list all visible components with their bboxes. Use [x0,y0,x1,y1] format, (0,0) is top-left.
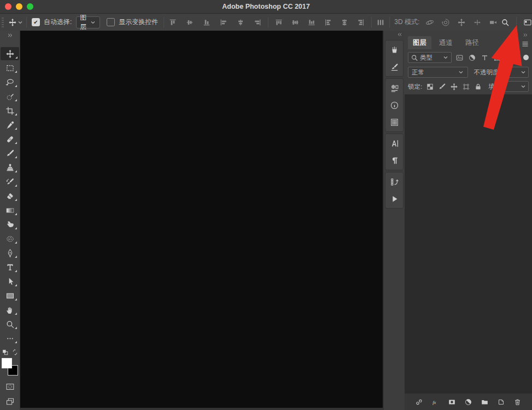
fill-field[interactable] [505,81,529,92]
tab-layers[interactable]: 图层 [408,36,431,49]
filter-pixel-layers-icon[interactable] [454,52,465,63]
eyedropper-tool-icon[interactable] [1,118,19,131]
type-tool-icon[interactable] [1,261,19,274]
crop-tool-icon[interactable] [1,104,19,117]
layers-list[interactable] [405,94,532,394]
align-vertical-centers-icon[interactable] [184,16,196,28]
zoom-tool-icon[interactable] [1,317,19,331]
layer-mask-icon[interactable] [447,396,458,407]
show-transform-checkbox[interactable] [107,18,115,26]
title-bar: Adobe Photoshop CC 2017 [0,0,532,14]
clone-stamp-tool-icon[interactable] [1,161,19,174]
smudge-tool-icon[interactable] [1,218,19,231]
align-right-edges-icon[interactable] [252,16,264,28]
swap-colors-icon[interactable] [10,348,19,356]
lock-transparent-pixels-icon[interactable] [424,81,436,92]
divider [516,17,517,28]
tab-channels[interactable]: 通道 [434,36,458,49]
actions-panel-icon[interactable] [387,193,402,205]
layer-filter-toggle[interactable] [523,55,529,60]
adjustment-layer-icon[interactable] [463,396,474,407]
align-top-edges-icon[interactable] [167,16,179,28]
brush-settings-icon[interactable] [387,61,402,73]
align-bottom-edges-icon[interactable] [201,16,213,28]
path-selection-tool-icon[interactable] [1,275,19,288]
layer-filter-value: 类型 [420,54,432,62]
gradient-tool-icon[interactable] [1,204,19,217]
timeline-panel-icon[interactable] [387,176,402,188]
history-brush-tool-icon[interactable] [1,175,19,188]
sponge-tool-icon[interactable] [1,232,19,245]
new-layer-icon[interactable] [496,396,507,407]
distribute-spacing-icon[interactable] [376,16,385,28]
auto-select-checkbox[interactable] [32,18,40,26]
quick-selection-tool-icon[interactable] [1,90,19,103]
expand-toolbar-icon[interactable] [0,31,20,39]
hand-tool-icon[interactable] [1,303,19,316]
clone-source-icon[interactable] [387,82,402,94]
align-horizontal-centers-icon[interactable] [235,16,247,28]
default-colors-icon[interactable] [1,348,9,356]
distribute-right-edges-icon[interactable] [355,16,367,28]
divider [371,17,372,28]
link-layers-icon[interactable] [414,396,425,407]
tab-paths[interactable]: 路径 [460,36,484,49]
new-group-icon[interactable] [480,396,490,407]
roll-3d-icon[interactable] [440,16,452,28]
distribute-top-edges-icon[interactable] [273,16,285,28]
orbit-3d-icon[interactable] [424,16,436,28]
edit-toolbar-icon[interactable] [1,332,19,345]
screen-mode-icon[interactable] [2,395,18,408]
slide-3d-icon[interactable] [471,16,483,28]
foreground-color-swatch[interactable] [2,358,12,368]
rectangle-tool-icon[interactable] [1,289,19,302]
search-icon[interactable] [499,16,511,28]
filter-type-layers-icon[interactable] [479,52,490,63]
eraser-tool-icon[interactable] [1,189,19,203]
distribute-vertical-centers-icon[interactable] [289,16,301,28]
options-bar: 自动选择: 图层 显示变换控件 3D 模式: [0,14,532,31]
lock-image-pixels-icon[interactable] [436,81,448,92]
pen-tool-icon[interactable] [1,246,19,259]
move-tool-icon[interactable] [1,47,19,60]
canvas[interactable] [20,31,383,408]
lock-artboard-icon[interactable] [460,81,472,92]
brush-tool-icon[interactable] [1,147,19,160]
opacity-field[interactable] [503,67,529,78]
paragraph-panel-icon[interactable] [387,154,402,166]
lock-position-icon[interactable] [448,81,460,92]
panel-menu-icon[interactable] [521,40,529,48]
distribute-bottom-edges-icon[interactable] [306,16,318,28]
marquee-tool-icon[interactable] [1,61,19,74]
blend-mode-dropdown[interactable]: 正常 [408,67,468,78]
quick-mask-icon[interactable] [2,380,18,393]
distribute-horizontal-centers-icon[interactable] [338,16,350,28]
tool-preset-chevron-down-icon[interactable] [17,19,24,26]
auto-select-target-dropdown[interactable]: 图层 [76,16,100,28]
3d-mode-label: 3D 模式: [394,18,419,27]
histogram-panel-icon[interactable] [387,116,402,128]
lasso-tool-icon[interactable] [1,76,19,89]
layer-style-icon[interactable]: fx [430,396,441,407]
divider [26,17,27,28]
distribute-left-edges-icon[interactable] [322,16,334,28]
workspace-icon[interactable] [522,16,532,28]
color-swatches [2,358,18,376]
lock-all-icon[interactable] [472,81,484,92]
brush-presets-icon[interactable] [387,44,402,56]
drag-3d-icon[interactable] [455,16,467,28]
character-panel-icon[interactable] [387,137,402,149]
healing-brush-tool-icon[interactable] [1,132,19,146]
chevron-down-icon [520,83,527,90]
filter-shape-layers-icon[interactable] [492,52,503,63]
collapse-dock-icon[interactable] [523,32,528,38]
filter-smart-objects-icon[interactable] [504,52,516,63]
filter-adjustment-layers-icon[interactable] [466,52,478,63]
align-left-edges-icon[interactable] [218,16,230,28]
camera-3d-icon[interactable] [487,16,499,28]
delete-layer-icon[interactable] [512,396,523,407]
expand-panels-icon[interactable] [384,31,405,38]
tool-bar [0,31,20,410]
info-panel-icon[interactable] [387,99,402,111]
layer-filter-dropdown[interactable]: 类型 [408,52,452,63]
